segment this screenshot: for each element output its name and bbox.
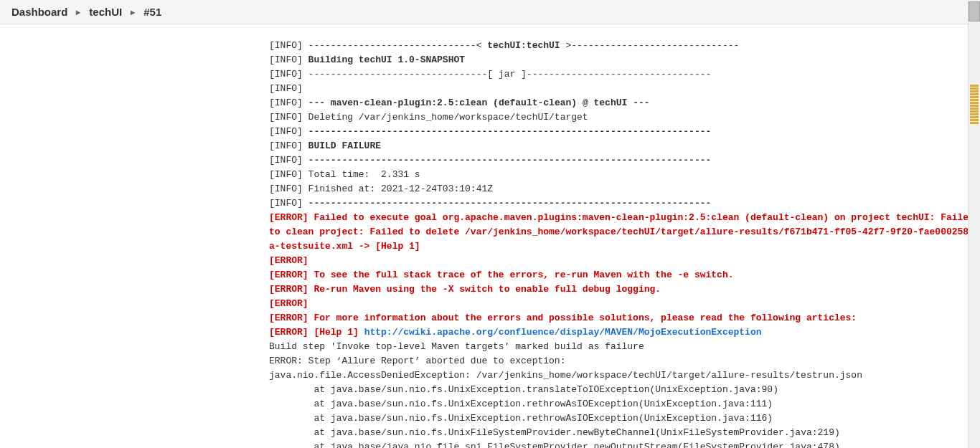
console-line: [ERROR] [Help 1] http://cwiki.apache.org…	[269, 325, 980, 340]
console-line: [INFO] ---------------------------------…	[269, 125, 980, 139]
breadcrumb-project[interactable]: techUI	[89, 6, 122, 18]
console-line: [INFO] --------------------------------[…	[269, 67, 980, 82]
scroll-marker	[970, 113, 979, 115]
console-line: [INFO] Building techUI 1.0-SNAPSHOT	[269, 53, 980, 67]
scroll-marker	[970, 99, 979, 101]
scroll-marker	[970, 90, 979, 92]
console-line: [ERROR] To see the full stack trace of t…	[269, 268, 980, 282]
console-line: java.nio.file.AccessDeniedException: /va…	[269, 368, 980, 383]
console-line: [INFO] BUILD FAILURE	[269, 139, 980, 153]
scroll-marker	[970, 105, 979, 107]
scroll-marker	[970, 87, 979, 90]
console-line: [INFO] Deleting /var/jenkins_home/worksp…	[269, 110, 980, 125]
scroll-marker	[970, 108, 979, 110]
console-line: [INFO] Finished at: 2021-12-24T03:10:41Z	[269, 182, 980, 196]
console-line: at java.base/sun.nio.fs.UnixException.tr…	[269, 383, 980, 397]
console-line: [ERROR] Re-run Maven using the -X switch…	[269, 282, 980, 297]
scroll-marker	[970, 116, 979, 118]
scroll-marker	[970, 93, 979, 95]
scroll-thumb[interactable]	[969, 1, 980, 22]
chevron-right-icon: ▸	[131, 7, 135, 17]
console-line: [INFO] Total time: 2.331 s	[269, 168, 980, 182]
console-line: at java.base/sun.nio.fs.UnixException.re…	[269, 411, 980, 426]
breadcrumb: Dashboard ▸ techUI ▸ #51	[0, 0, 980, 24]
scroll-marker	[970, 102, 979, 104]
scroll-marker	[970, 119, 979, 121]
console-line: Build step 'Invoke top-level Maven targe…	[269, 340, 980, 354]
vertical-scrollbar[interactable]	[968, 0, 980, 448]
console-line: [ERROR]	[269, 297, 980, 311]
console-line: [INFO]	[269, 82, 980, 96]
console-line: [INFO] --- maven-clean-plugin:2.5:clean …	[269, 96, 980, 110]
console-line: [ERROR] Failed to execute goal org.apach…	[269, 211, 980, 254]
console-line: at java.base/sun.nio.fs.UnixException.re…	[269, 397, 980, 411]
breadcrumb-build[interactable]: #51	[143, 6, 161, 18]
console-line: [ERROR] For more information about the e…	[269, 311, 980, 325]
console-line: [INFO] ---------------------------------…	[269, 153, 980, 168]
console-line: at java.base/java.nio.file.spi.FileSyste…	[269, 440, 980, 448]
console-line: at java.base/sun.nio.fs.UnixFileSystemPr…	[269, 426, 980, 440]
scroll-marker	[970, 85, 979, 87]
scroll-marker	[970, 110, 979, 113]
console-output: [INFO] ------------------------------< t…	[0, 24, 980, 448]
console-line: ERROR: Step ‘Allure Report’ aborted due …	[269, 354, 980, 368]
scroll-marker	[970, 96, 979, 98]
breadcrumb-dashboard[interactable]: Dashboard	[11, 6, 67, 18]
scroll-marker	[970, 122, 979, 124]
console-line: [INFO] ------------------------------< t…	[269, 39, 980, 53]
chevron-right-icon: ▸	[76, 7, 80, 17]
help-link[interactable]: http://cwiki.apache.org/confluence/displ…	[364, 327, 762, 338]
console-line: [ERROR]	[269, 254, 980, 268]
console-line: [INFO] ---------------------------------…	[269, 196, 980, 211]
